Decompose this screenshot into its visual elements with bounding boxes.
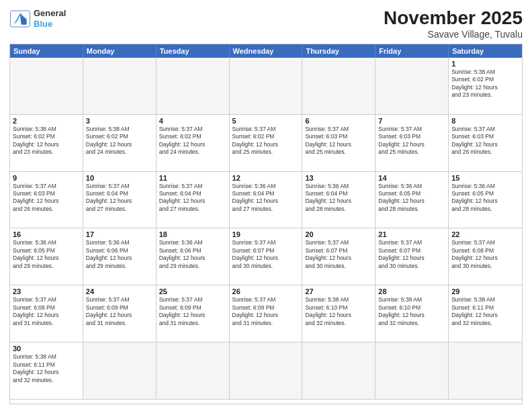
- weekday-header: Monday: [83, 44, 157, 58]
- day-info: Sunrise: 5:36 AM Sunset: 6:06 PM Dayligh…: [159, 239, 226, 270]
- day-info: Sunrise: 5:37 AM Sunset: 6:03 PM Dayligh…: [305, 126, 372, 156]
- day-info: Sunrise: 5:36 AM Sunset: 6:05 PM Dayligh…: [13, 239, 80, 270]
- day-number: 7: [378, 117, 445, 125]
- day-number: 23: [13, 287, 80, 295]
- calendar-cell: 25Sunrise: 5:37 AM Sunset: 6:09 PM Dayli…: [157, 285, 230, 342]
- calendar-cell: 18Sunrise: 5:36 AM Sunset: 6:06 PM Dayli…: [157, 228, 230, 285]
- calendar-cell: [230, 58, 303, 115]
- weekday-header: Wednesday: [230, 44, 303, 58]
- calendar-cell: 26Sunrise: 5:37 AM Sunset: 6:09 PM Dayli…: [230, 285, 303, 342]
- calendar-body: 1Sunrise: 5:38 AM Sunset: 6:02 PM Daylig…: [10, 58, 522, 400]
- day-info: Sunrise: 5:38 AM Sunset: 6:10 PM Dayligh…: [378, 296, 445, 327]
- day-info: Sunrise: 5:37 AM Sunset: 6:08 PM Dayligh…: [451, 239, 519, 270]
- calendar-cell: 11Sunrise: 5:37 AM Sunset: 6:04 PM Dayli…: [157, 172, 230, 229]
- day-number: 14: [378, 174, 445, 182]
- day-number: 1: [451, 60, 519, 68]
- day-info: Sunrise: 5:38 AM Sunset: 6:11 PM Dayligh…: [451, 296, 519, 327]
- day-number: 15: [451, 174, 519, 182]
- calendar-cell: 17Sunrise: 5:36 AM Sunset: 6:06 PM Dayli…: [83, 228, 157, 285]
- day-number: 8: [451, 117, 519, 125]
- calendar-cell: 28Sunrise: 5:38 AM Sunset: 6:10 PM Dayli…: [375, 285, 449, 342]
- calendar-cell: 15Sunrise: 5:36 AM Sunset: 6:05 PM Dayli…: [449, 172, 522, 229]
- day-number: 18: [159, 230, 226, 238]
- day-number: 28: [378, 287, 445, 295]
- day-info: Sunrise: 5:37 AM Sunset: 6:04 PM Dayligh…: [159, 183, 226, 214]
- day-info: Sunrise: 5:37 AM Sunset: 6:09 PM Dayligh…: [232, 296, 300, 327]
- day-info: Sunrise: 5:37 AM Sunset: 6:03 PM Dayligh…: [451, 126, 519, 156]
- day-info: Sunrise: 5:38 AM Sunset: 6:02 PM Dayligh…: [86, 126, 153, 156]
- weekday-header: Sunday: [10, 44, 83, 58]
- day-info: Sunrise: 5:36 AM Sunset: 6:06 PM Dayligh…: [86, 239, 153, 270]
- calendar-cell: [83, 58, 157, 115]
- calendar-cell: 19Sunrise: 5:37 AM Sunset: 6:07 PM Dayli…: [230, 228, 303, 285]
- day-number: 29: [451, 287, 519, 295]
- calendar-cell: 13Sunrise: 5:36 AM Sunset: 6:04 PM Dayli…: [302, 172, 375, 229]
- calendar-cell: [375, 58, 449, 115]
- day-number: 9: [13, 174, 80, 182]
- calendar-cell: 7Sunrise: 5:37 AM Sunset: 6:03 PM Daylig…: [375, 115, 449, 172]
- day-info: Sunrise: 5:37 AM Sunset: 6:02 PM Dayligh…: [232, 126, 300, 156]
- day-number: 26: [232, 287, 300, 295]
- day-info: Sunrise: 5:36 AM Sunset: 6:05 PM Dayligh…: [378, 183, 445, 214]
- weekday-header: Friday: [375, 44, 449, 58]
- day-number: 13: [305, 174, 372, 182]
- day-number: 4: [159, 117, 226, 125]
- main-title: November 2025: [384, 8, 523, 29]
- calendar-cell: 23Sunrise: 5:37 AM Sunset: 6:08 PM Dayli…: [10, 285, 83, 342]
- logo-blue: Blue: [34, 19, 52, 29]
- day-info: Sunrise: 5:37 AM Sunset: 6:07 PM Dayligh…: [232, 239, 300, 270]
- day-number: 20: [305, 230, 372, 238]
- calendar-cell: [157, 58, 230, 115]
- calendar-cell: [302, 342, 375, 400]
- calendar-cell: 21Sunrise: 5:37 AM Sunset: 6:07 PM Dayli…: [375, 228, 449, 285]
- calendar-cell: [230, 342, 303, 400]
- calendar-cell: [83, 342, 157, 400]
- logo-text: General Blue: [34, 8, 66, 29]
- title-block: November 2025 Savave Village, Tuvalu: [384, 8, 523, 40]
- day-number: 5: [232, 117, 300, 125]
- day-info: Sunrise: 5:36 AM Sunset: 6:05 PM Dayligh…: [451, 183, 519, 214]
- day-info: Sunrise: 5:37 AM Sunset: 6:03 PM Dayligh…: [13, 183, 80, 214]
- day-number: 27: [305, 287, 372, 295]
- day-number: 22: [451, 230, 519, 238]
- weekday-header: Thursday: [302, 44, 375, 58]
- day-info: Sunrise: 5:37 AM Sunset: 6:04 PM Dayligh…: [86, 183, 153, 214]
- calendar-cell: 10Sunrise: 5:37 AM Sunset: 6:04 PM Dayli…: [83, 172, 157, 229]
- day-number: 16: [13, 230, 80, 238]
- logo-icon: [9, 9, 31, 28]
- day-info: Sunrise: 5:37 AM Sunset: 6:02 PM Dayligh…: [159, 126, 226, 156]
- calendar-cell: [302, 58, 375, 115]
- weekday-header: Saturday: [449, 44, 522, 58]
- day-info: Sunrise: 5:37 AM Sunset: 6:03 PM Dayligh…: [378, 126, 445, 156]
- day-number: 25: [159, 287, 226, 295]
- calendar-cell: [375, 342, 449, 400]
- day-number: 3: [86, 117, 153, 125]
- day-info: Sunrise: 5:36 AM Sunset: 6:04 PM Dayligh…: [232, 183, 300, 214]
- calendar-header: SundayMondayTuesdayWednesdayThursdayFrid…: [10, 44, 522, 58]
- calendar-cell: 2Sunrise: 5:38 AM Sunset: 6:02 PM Daylig…: [10, 115, 83, 172]
- day-info: Sunrise: 5:37 AM Sunset: 6:09 PM Dayligh…: [159, 296, 226, 327]
- calendar-cell: 8Sunrise: 5:37 AM Sunset: 6:03 PM Daylig…: [449, 115, 522, 172]
- day-number: 24: [86, 287, 153, 295]
- calendar: SundayMondayTuesdayWednesdayThursdayFrid…: [9, 44, 523, 404]
- calendar-cell: 29Sunrise: 5:38 AM Sunset: 6:11 PM Dayli…: [449, 285, 522, 342]
- logo-general: General: [34, 8, 66, 18]
- calendar-cell: 12Sunrise: 5:36 AM Sunset: 6:04 PM Dayli…: [230, 172, 303, 229]
- day-number: 6: [305, 117, 372, 125]
- calendar-cell: 6Sunrise: 5:37 AM Sunset: 6:03 PM Daylig…: [302, 115, 375, 172]
- calendar-cell: 9Sunrise: 5:37 AM Sunset: 6:03 PM Daylig…: [10, 172, 83, 229]
- day-info: Sunrise: 5:37 AM Sunset: 6:07 PM Dayligh…: [378, 239, 445, 270]
- calendar-cell: 16Sunrise: 5:36 AM Sunset: 6:05 PM Dayli…: [10, 228, 83, 285]
- day-number: 17: [86, 230, 153, 238]
- logo: General Blue: [9, 8, 66, 29]
- day-info: Sunrise: 5:38 AM Sunset: 6:10 PM Dayligh…: [305, 296, 372, 327]
- day-info: Sunrise: 5:37 AM Sunset: 6:08 PM Dayligh…: [13, 296, 80, 327]
- calendar-cell: 3Sunrise: 5:38 AM Sunset: 6:02 PM Daylig…: [83, 115, 157, 172]
- calendar-cell: 5Sunrise: 5:37 AM Sunset: 6:02 PM Daylig…: [230, 115, 303, 172]
- day-number: 21: [378, 230, 445, 238]
- day-number: 2: [13, 117, 80, 125]
- weekday-header: Tuesday: [157, 44, 230, 58]
- day-info: Sunrise: 5:37 AM Sunset: 6:07 PM Dayligh…: [305, 239, 372, 270]
- calendar-cell: [449, 342, 522, 400]
- header: General Blue November 2025 Savave Villag…: [9, 8, 523, 40]
